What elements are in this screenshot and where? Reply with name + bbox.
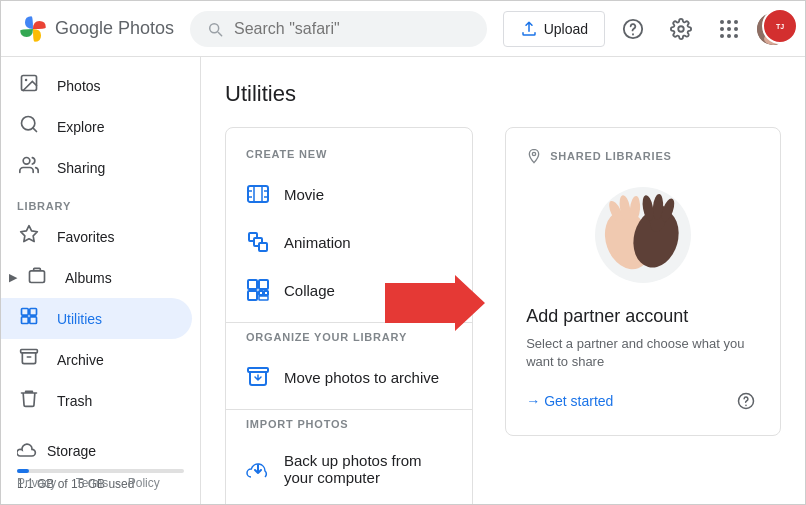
logo-icon bbox=[17, 13, 49, 45]
backup-item[interactable]: Back up photos from your computer bbox=[226, 440, 472, 498]
favorites-icon bbox=[17, 224, 41, 249]
archive-icon bbox=[17, 347, 41, 372]
shared-footer: → Get started bbox=[526, 387, 760, 415]
svg-rect-14 bbox=[21, 350, 38, 353]
search-input[interactable] bbox=[234, 20, 471, 38]
cloud-icon bbox=[17, 441, 37, 461]
sidebar-item-archive[interactable]: Archive bbox=[1, 339, 192, 380]
expand-chevron: ▶ bbox=[9, 271, 17, 284]
organize-label: ORGANIZE YOUR LIBRARY bbox=[226, 331, 472, 353]
import-label: IMPORT PHOTOS bbox=[226, 418, 472, 440]
svg-rect-15 bbox=[248, 186, 268, 202]
svg-rect-18 bbox=[259, 243, 267, 251]
page-title: Utilities bbox=[225, 81, 781, 107]
sidebar-item-favorites[interactable]: Favorites bbox=[1, 216, 192, 257]
search-icon bbox=[206, 19, 224, 39]
photos-icon bbox=[17, 73, 41, 98]
topbar: Google Photos Upload bbox=[1, 1, 805, 57]
animation-item[interactable]: Animation bbox=[226, 218, 472, 266]
upload-button[interactable]: Upload bbox=[503, 11, 605, 47]
apps-grid-icon bbox=[720, 20, 738, 38]
svg-rect-19 bbox=[248, 280, 257, 289]
svg-rect-13 bbox=[30, 317, 37, 324]
sharing-icon bbox=[17, 155, 41, 180]
move-archive-item[interactable]: Move photos to archive bbox=[226, 353, 472, 401]
logo-text: Google Photos bbox=[55, 18, 174, 39]
terms-link[interactable]: Terms bbox=[76, 476, 109, 490]
backup-icon bbox=[246, 457, 270, 481]
library-section-label: LIBRARY bbox=[1, 188, 200, 216]
search-bar[interactable] bbox=[190, 11, 487, 47]
svg-rect-11 bbox=[30, 309, 37, 316]
topbar-actions: Upload bbox=[503, 9, 789, 49]
utilities-grid: CREATE NEW Movie Animation bbox=[225, 127, 781, 505]
collage-icon bbox=[246, 278, 270, 302]
svg-point-8 bbox=[23, 158, 30, 165]
help-button[interactable] bbox=[613, 9, 653, 49]
svg-rect-25 bbox=[248, 368, 268, 372]
collage-item[interactable]: Collage bbox=[226, 266, 472, 314]
utilities-icon bbox=[17, 306, 41, 331]
hands-illustration bbox=[578, 180, 708, 290]
techjunkie-badge: TJ bbox=[762, 8, 798, 44]
pin-icon bbox=[526, 148, 542, 164]
divider-1 bbox=[226, 322, 472, 323]
get-started-link[interactable]: → Get started bbox=[526, 393, 613, 409]
shared-libraries-card: Shared libraries bbox=[505, 127, 781, 436]
move-archive-icon bbox=[246, 365, 270, 389]
divider-2 bbox=[226, 409, 472, 410]
settings-button[interactable] bbox=[661, 9, 701, 49]
footer-links: Privacy · Terms · Policy bbox=[1, 468, 176, 498]
settings-icon bbox=[670, 18, 692, 40]
sidebar-item-sharing[interactable]: Sharing bbox=[1, 147, 192, 188]
help-icon bbox=[622, 18, 644, 40]
privacy-link[interactable]: Privacy bbox=[17, 476, 56, 490]
shared-label: Shared libraries bbox=[526, 148, 760, 164]
albums-icon bbox=[25, 265, 49, 290]
policy-link[interactable]: Policy bbox=[128, 476, 160, 490]
svg-rect-12 bbox=[22, 317, 29, 324]
sidebar-item-photos[interactable]: Photos bbox=[1, 65, 192, 106]
svg-rect-10 bbox=[22, 309, 29, 316]
sidebar-item-albums[interactable]: ▶ Albums bbox=[1, 257, 192, 298]
movie-icon bbox=[246, 182, 270, 206]
partner-title: Add partner account bbox=[526, 306, 760, 327]
create-new-card: CREATE NEW Movie Animation bbox=[225, 127, 473, 505]
svg-rect-23 bbox=[264, 291, 268, 295]
svg-rect-9 bbox=[30, 271, 45, 283]
app-logo[interactable]: Google Photos bbox=[17, 13, 174, 45]
create-new-label: CREATE NEW bbox=[226, 148, 472, 170]
animation-icon bbox=[246, 230, 270, 254]
sidebar-item-trash[interactable]: Trash bbox=[1, 380, 192, 421]
svg-rect-21 bbox=[248, 291, 257, 300]
upload-icon bbox=[520, 20, 538, 38]
movie-item[interactable]: Movie bbox=[226, 170, 472, 218]
apps-button[interactable] bbox=[709, 9, 749, 49]
shared-help-button[interactable] bbox=[732, 387, 760, 415]
svg-rect-20 bbox=[259, 280, 268, 289]
svg-point-6 bbox=[25, 79, 27, 82]
svg-point-27 bbox=[532, 152, 535, 155]
shared-help-icon bbox=[737, 392, 755, 410]
explore-icon bbox=[17, 114, 41, 139]
sidebar-item-utilities[interactable]: Utilities bbox=[1, 298, 192, 339]
sidebar: Photos Explore Sharing LIBRARY Favorites… bbox=[1, 57, 201, 505]
svg-rect-22 bbox=[259, 291, 263, 295]
main-layout: Photos Explore Sharing LIBRARY Favorites… bbox=[1, 57, 805, 505]
partner-desc: Select a partner and choose what you wan… bbox=[526, 335, 760, 371]
sidebar-item-explore[interactable]: Explore bbox=[1, 106, 192, 147]
svg-rect-24 bbox=[259, 296, 268, 300]
trash-icon bbox=[17, 388, 41, 413]
main-content: Utilities CREATE NEW Movie Animation bbox=[201, 57, 805, 505]
